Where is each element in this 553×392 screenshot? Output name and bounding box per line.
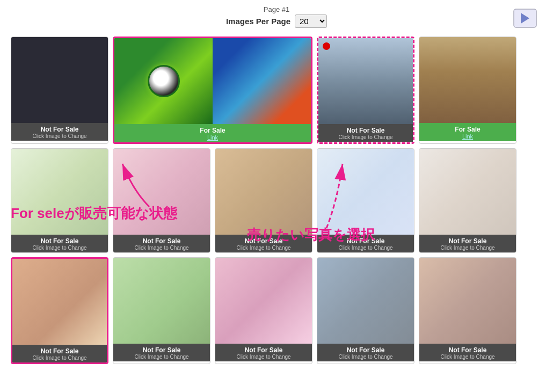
status-label-9: Not For Sale [347,237,385,245]
image-thumb-12 [113,258,210,344]
status-label-13: Not For Sale [245,346,283,354]
image-thumb-9 [317,149,414,235]
grid-row-2: Not For Sale Click Image to Change Not F… [11,148,542,253]
status-label-10: Not For Sale [449,237,487,245]
image-card-2-3[interactable]: For Sale Link [113,37,312,144]
next-page-button[interactable] [513,9,537,28]
status-bar-14: Not For Sale Click Image to Change [317,344,414,361]
image-card-13[interactable]: Not For Sale Click Image to Change [215,257,312,364]
image-card-12[interactable]: Not For Sale Click Image to Change [113,257,210,364]
image-card-14[interactable]: Not For Sale Click Image to Change [317,257,414,364]
status-sub-14: Click Image to Change [319,354,412,360]
status-label-15: Not For Sale [449,346,487,354]
image-card-7[interactable]: Not For Sale Click Image to Change [113,148,210,253]
image-thumb-6 [11,149,108,235]
image-thumb-8 [215,149,312,235]
image-card-1[interactable]: Not For Sale Click Image to Change [11,37,108,144]
status-sub-11: Click Image to Change [14,355,105,361]
image-thumb-11 [12,259,107,345]
status-bar-2: For Sale Link [114,124,311,142]
image-card-10[interactable]: Not For Sale Click Image to Change [419,148,516,253]
status-bar-10: Not For Sale Click Image to Change [419,235,516,252]
image-thumb-14 [317,258,414,344]
status-sub-1: Click Image to Change [13,133,106,139]
status-label-7: Not For Sale [143,237,181,245]
status-sub-15: Click Image to Change [421,354,514,360]
status-label-5: For Sale [455,126,480,133]
status-sub-8: Click Image to Change [217,245,310,251]
status-label-4: Not For Sale [347,127,385,134]
sale-link-2[interactable]: Link [117,134,309,141]
status-sub-12: Click Image to Change [115,354,208,360]
image-thumb-4 [318,38,413,124]
status-bar-9: Not For Sale Click Image to Change [317,235,414,252]
status-bar-11: Not For Sale Click Image to Change [12,345,107,362]
status-label-11: Not For Sale [41,347,79,355]
image-card-8[interactable]: Not For Sale Click Image to Change [215,148,312,253]
grid-row-1: Not For Sale Click Image to Change For S… [11,37,542,144]
status-label-1: Not For Sale [41,126,79,133]
image-card-6[interactable]: Not For Sale Click Image to Change [11,148,108,253]
image-thumb-1 [11,37,108,123]
page-header: Page #1 Images Per Page 10 20 50 100 [0,0,553,32]
status-label-2: For Sale [200,127,225,134]
image-thumb-15 [419,258,516,344]
status-label-14: Not For Sale [347,346,385,354]
status-sub-9: Click Image to Change [319,245,412,251]
image-card-5[interactable]: For Sale Link [419,37,516,144]
status-bar-15: Not For Sale Click Image to Change [419,344,516,361]
status-bar-7: Not For Sale Click Image to Change [113,235,210,252]
sale-link-5[interactable]: Link [421,133,514,140]
per-page-label: Images Per Page [226,17,290,26]
status-bar-5: For Sale Link [419,123,516,141]
status-label-6: Not For Sale [41,237,79,245]
image-thumb-10 [419,149,516,235]
status-sub-13: Click Image to Change [217,354,310,360]
status-sub-7: Click Image to Change [115,245,208,251]
status-bar-12: Not For Sale Click Image to Change [113,344,210,361]
image-thumb-13 [215,258,312,344]
image-grid: Not For Sale Click Image to Change For S… [0,32,553,368]
grid-row-3: Not For Sale Click Image to Change Not F… [11,257,542,364]
status-bar-6: Not For Sale Click Image to Change [11,235,108,252]
image-card-4[interactable]: Not For Sale Click Image to Change [317,37,414,144]
status-label-8: Not For Sale [245,237,283,245]
image-thumb-7 [113,149,210,235]
status-sub-6: Click Image to Change [13,245,106,251]
per-page-select[interactable]: 10 20 50 100 [295,14,327,28]
status-bar-13: Not For Sale Click Image to Change [215,344,312,361]
status-bar-8: Not For Sale Click Image to Change [215,235,312,252]
status-sub-10: Click Image to Change [421,245,514,251]
status-sub-4: Click Image to Change [321,134,411,140]
image-thumb-5 [419,37,516,123]
page-label: Page #1 [0,5,553,13]
image-thumb-3 [213,38,311,124]
status-label-12: Not For Sale [143,346,181,354]
image-card-11[interactable]: Not For Sale Click Image to Change [11,257,108,364]
status-bar-1: Not For Sale Click Image to Change [11,123,108,141]
monster-eye-icon [148,65,180,97]
image-card-15[interactable]: Not For Sale Click Image to Change [419,257,516,364]
image-thumb-2 [114,38,213,124]
status-bar-4: Not For Sale Click Image to Change [318,124,413,142]
image-card-9[interactable]: Not For Sale Click Image to Change [317,148,414,253]
